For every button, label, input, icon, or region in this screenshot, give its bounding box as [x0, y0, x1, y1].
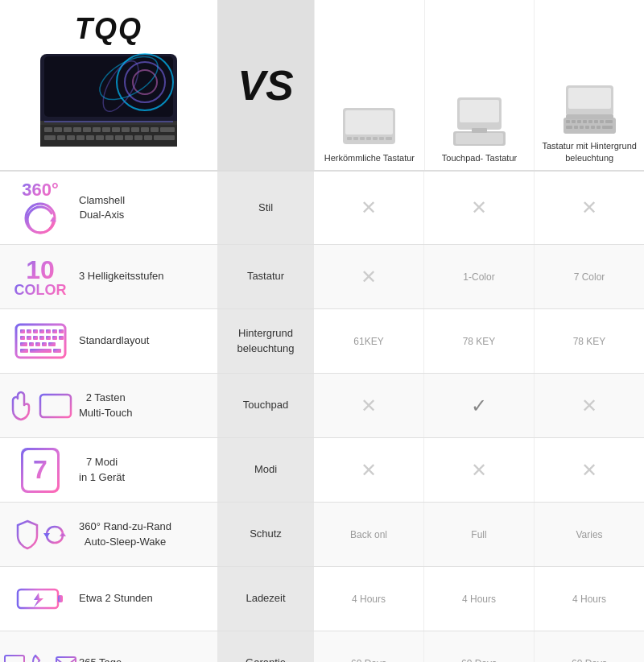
feature-icon-10color: 10 COLOR [8, 257, 72, 297]
svg-rect-29 [115, 135, 123, 140]
feature-text: 2 TastenMulti-Touch [79, 391, 132, 420]
svg-rect-18 [131, 127, 139, 132]
svg-rect-40 [366, 137, 371, 140]
comp-value-1: 61KEY [314, 309, 423, 373]
svg-rect-88 [42, 342, 47, 346]
category-text: Tastatur [247, 269, 284, 283]
svg-rect-83 [52, 336, 57, 340]
svg-rect-84 [59, 336, 64, 340]
table-row: 360° ClamshellDual-Axis [0, 172, 644, 245]
svg-rect-99 [58, 595, 63, 602]
svg-rect-60 [566, 126, 572, 129]
value-text: 60 Days [572, 658, 607, 663]
category-text: Garantie [246, 656, 286, 662]
svg-rect-77 [59, 329, 64, 333]
svg-rect-47 [456, 133, 503, 144]
svg-rect-76 [52, 329, 57, 333]
svg-rect-24 [67, 135, 75, 140]
comparison-values: 4 Hours 4 Hours 4 Hours [314, 567, 644, 631]
category-section: Tastatur [217, 245, 314, 308]
svg-rect-10 [54, 127, 62, 132]
svg-rect-58 [600, 120, 604, 123]
svg-rect-31 [134, 135, 142, 140]
svg-rect-41 [373, 137, 378, 140]
svg-rect-37 [347, 137, 352, 140]
svg-rect-28 [105, 135, 114, 140]
svg-rect-52 [566, 120, 570, 123]
table-row: Standardlayout Hintergrundbeleuchtung 61… [0, 309, 644, 374]
category-text: Stil [258, 201, 273, 215]
value-text: 60 Days [461, 658, 497, 663]
header-col-2: Touchpad- Tastatur [424, 0, 535, 170]
comp-value-1: ✕ [314, 374, 423, 437]
svg-rect-36 [345, 110, 393, 134]
icon-shield [14, 519, 66, 550]
icon-touchpad [8, 391, 72, 421]
comparison-values: 61KEY 78 KEY 78 KEY [314, 309, 644, 373]
svg-rect-39 [360, 137, 365, 140]
value-text: Back onl [350, 529, 387, 540]
header-col-1: Herkömmliche Tastatur [314, 0, 424, 170]
svg-rect-42 [379, 137, 384, 140]
table-row: 2 TastenMulti-Touch Touchpad ✕ ✓ ✕ [0, 374, 644, 438]
comparison-values: ✕ ✓ ✕ [314, 374, 644, 437]
svg-rect-87 [35, 342, 40, 346]
value-text: 60 Days [351, 658, 386, 663]
svg-rect-45 [460, 100, 499, 122]
device-img-1 [339, 92, 399, 148]
brand-content: TQQ [12, 12, 205, 158]
value-text: 7 Color [574, 271, 605, 283]
comparison-values: ✕ ✕ ✕ [314, 438, 644, 502]
icon-360: 360° [22, 180, 59, 236]
feature-section: 360° Rand-zu-RandAuto-Sleep-Wake [0, 503, 217, 566]
vs-label: VS [237, 61, 293, 110]
category-text: Hintergrundbeleuchtung [237, 326, 295, 355]
feature-section: 10 COLOR 3 Helligkeitsstufen [0, 245, 217, 308]
svg-rect-65 [597, 126, 601, 129]
feature-icon-7: 7 [8, 448, 72, 493]
svg-marker-97 [43, 533, 50, 538]
product-image [32, 50, 185, 155]
table-row: 360° Rand-zu-RandAuto-Sleep-Wake Schutz … [0, 503, 644, 567]
feature-text: ClamshellDual-Axis [79, 193, 125, 222]
comp-value-3: 78 KEY [534, 309, 644, 373]
feature-icon-shield [8, 519, 72, 550]
header-label-2: Touchpad- Tastatur [442, 152, 517, 163]
feature-icon-360: 360° [8, 180, 72, 236]
svg-rect-82 [46, 336, 51, 340]
feature-section: 7 7 Modiin 1 Gerät [0, 438, 217, 502]
table-body: 360° ClamshellDual-Axis [0, 172, 644, 662]
svg-rect-50 [568, 88, 611, 109]
feature-section: Standardlayout [0, 309, 217, 373]
comp-value-2: ✓ [423, 374, 534, 437]
feature-section: 360° ClamshellDual-Axis [0, 172, 217, 244]
feature-icon-touchpad [8, 391, 72, 421]
svg-rect-81 [39, 336, 44, 340]
svg-rect-20 [151, 127, 159, 132]
category-section: Stil [217, 172, 314, 244]
value-text: 4 Hours [462, 594, 496, 605]
svg-rect-38 [353, 137, 358, 140]
feature-text: 360° Rand-zu-RandAuto-Sleep-Wake [79, 519, 171, 548]
comparison-table: TQQ [0, 0, 644, 662]
svg-rect-34 [44, 121, 173, 122]
comp-value-2: 60 Days [423, 631, 534, 662]
comp-value-1: 60 Days [314, 631, 423, 662]
feature-text: 7 Modiin 1 Gerät [79, 455, 125, 484]
svg-rect-67 [566, 114, 613, 119]
svg-rect-79 [27, 336, 31, 340]
svg-rect-22 [44, 135, 56, 140]
category-section: Ladezeit [217, 567, 314, 631]
svg-rect-73 [33, 329, 38, 333]
svg-rect-43 [386, 137, 392, 140]
value-text: Varies [576, 529, 602, 540]
device-img-2 [449, 92, 510, 148]
comp-value-3: 60 Days [534, 631, 644, 662]
value-text: 78 KEY [573, 336, 606, 347]
comp-value-3: Varies [534, 503, 644, 566]
vs-section: VS [217, 0, 314, 170]
feature-text: 365 Tage [79, 656, 122, 662]
category-section: Garantie [217, 631, 314, 662]
svg-rect-19 [141, 127, 149, 132]
comp-value-3: 7 Color [534, 245, 644, 308]
